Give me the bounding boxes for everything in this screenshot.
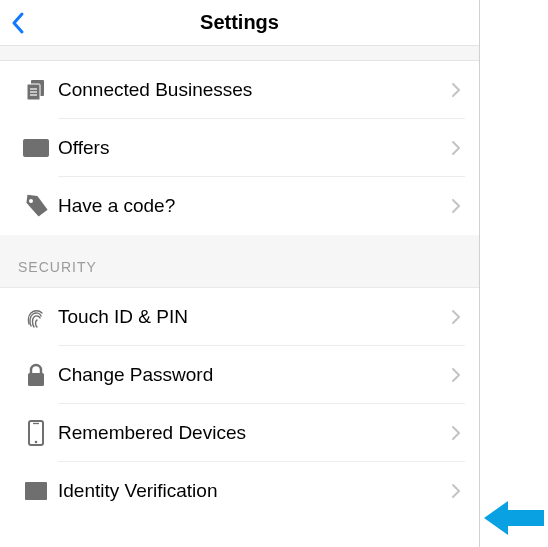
row-label: Offers — [58, 119, 451, 177]
group-security: Touch ID & PIN Change Password — [0, 288, 479, 520]
chevron-right-icon — [451, 177, 465, 235]
svg-point-9 — [35, 441, 38, 444]
group-general: Connected Businesses Offers — [0, 60, 479, 235]
svg-point-6 — [29, 199, 33, 203]
row-offers[interactable]: Offers — [0, 119, 479, 177]
row-remembered-devices[interactable]: Remembered Devices — [0, 404, 479, 462]
chevron-right-icon — [451, 346, 465, 404]
square-icon — [24, 481, 48, 501]
tag-icon — [22, 193, 50, 219]
card-icon — [22, 138, 50, 158]
chevron-left-icon — [10, 11, 26, 35]
section-header-security: SECURITY — [0, 235, 479, 288]
chevron-right-icon — [451, 61, 465, 119]
row-connected-businesses[interactable]: Connected Businesses — [0, 61, 479, 119]
chevron-right-icon — [451, 119, 465, 177]
page-title: Settings — [200, 11, 279, 34]
svg-rect-5 — [23, 139, 49, 157]
row-label: Connected Businesses — [58, 61, 451, 119]
chevron-right-icon — [451, 288, 465, 346]
row-label: Change Password — [58, 346, 451, 404]
row-touch-id-pin[interactable]: Touch ID & PIN — [0, 288, 479, 346]
back-button[interactable] — [10, 0, 26, 45]
row-identity-verification[interactable]: Identity Verification — [0, 462, 479, 520]
lock-icon — [25, 362, 47, 388]
nav-bar: Settings — [0, 0, 479, 46]
svg-rect-11 — [25, 482, 47, 500]
row-label: Remembered Devices — [58, 404, 451, 462]
svg-rect-7 — [28, 373, 44, 386]
phone-icon — [26, 419, 46, 447]
chevron-right-icon — [451, 404, 465, 462]
row-label: Have a code? — [58, 177, 451, 235]
row-have-a-code[interactable]: Have a code? — [0, 177, 479, 235]
fingerprint-icon — [23, 304, 49, 330]
top-gap — [0, 46, 479, 60]
row-label: Touch ID & PIN — [58, 288, 451, 346]
chevron-right-icon — [451, 462, 465, 520]
documents-icon — [23, 77, 49, 103]
row-label: Identity Verification — [58, 462, 451, 520]
pointer-arrow-icon — [482, 497, 546, 539]
settings-screen: Settings Connected Businesses — [0, 0, 480, 547]
row-change-password[interactable]: Change Password — [0, 346, 479, 404]
